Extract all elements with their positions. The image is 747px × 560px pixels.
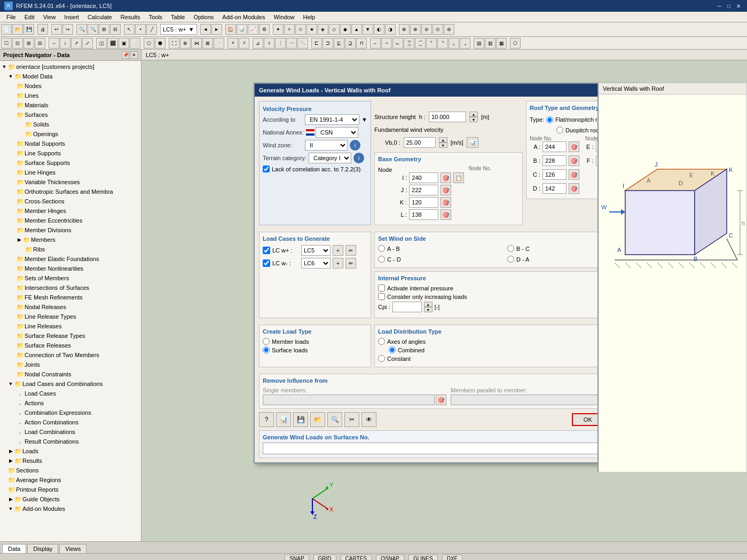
combined-radio[interactable] — [389, 346, 396, 353]
tb2-29[interactable]: ⊑ — [334, 38, 344, 49]
tab-display[interactable]: Display — [27, 544, 58, 553]
tb-zoom-out[interactable]: 🔍 — [88, 24, 98, 35]
tree-nodal-supports[interactable]: 📁 Nodal Supports — [0, 139, 141, 148]
cpi-spin-up[interactable]: ▲ — [424, 302, 433, 307]
roof-a-input[interactable] — [542, 141, 567, 152]
tb2-43[interactable]: ▦ — [496, 38, 507, 49]
node-j-input[interactable] — [409, 185, 438, 195]
tb-select[interactable]: ↖ — [124, 24, 135, 35]
navigator-controls[interactable]: 📌 ✕ — [122, 51, 138, 59]
tree-ribs[interactable]: 📁 Ribs — [0, 244, 141, 254]
member-loads-radio[interactable] — [263, 338, 270, 345]
wind-da-radio[interactable] — [507, 256, 514, 263]
cpi-spin-down[interactable]: ▼ — [424, 307, 433, 312]
tb-extra12[interactable]: ⊕ — [399, 24, 410, 35]
tree-member-elastic[interactable]: 📁 Member Elastic Foundations — [0, 254, 141, 264]
node-i-pick-btn[interactable]: 🎯 — [441, 172, 451, 183]
tree-action-combinations[interactable]: ₊ Action Combinations — [0, 417, 141, 427]
lc-wplus-add-btn[interactable]: + — [333, 245, 343, 256]
expand-root[interactable]: ▼ — [1, 64, 7, 70]
tree-connection-two[interactable]: 📁 Connection of Two Members — [0, 350, 141, 360]
tree-member-divisions[interactable]: 📁 Member Divisions — [0, 225, 141, 235]
tb-line[interactable]: ╱ — [146, 24, 157, 35]
tb-extra6[interactable]: ◇ — [329, 24, 340, 35]
tb2-7[interactable]: ↗ — [71, 38, 82, 49]
vb0-spin-down[interactable]: ▼ — [439, 143, 447, 148]
roof-a-pick-btn[interactable]: 🎯 — [569, 141, 579, 152]
tb2-38[interactable]: ⌝ — [437, 38, 448, 49]
tree-fe-mesh[interactable]: 📁 FE Mesh Refinements — [0, 293, 141, 302]
surface-loads-radio[interactable] — [263, 346, 270, 353]
lc-wminus-edit-btn[interactable]: ✏ — [345, 258, 356, 269]
tb-extra13[interactable]: ⊗ — [410, 24, 421, 35]
node-i-list-btn[interactable]: 📋 — [453, 172, 464, 183]
menu-results[interactable]: Results — [116, 12, 145, 22]
tree-loads[interactable]: ▶ 📁 Loads — [0, 446, 141, 456]
tree-combination-expressions[interactable]: ₊ Combination Expressions — [0, 408, 141, 417]
tb2-23[interactable]: ▿ — [264, 38, 274, 49]
minimize-btn[interactable]: ─ — [715, 2, 724, 10]
menu-edit[interactable]: Edit — [20, 12, 39, 22]
tb2-33[interactable]: ¬ — [381, 38, 392, 49]
tree-joints[interactable]: 📁 Joints — [0, 360, 141, 369]
expand-results[interactable]: ▶ — [7, 458, 14, 464]
tree-orthotropic[interactable]: 📁 Orthotropic Surfaces and Membra — [0, 187, 141, 196]
tb2-16[interactable]: ⊕ — [180, 38, 191, 49]
roof-b-input[interactable] — [542, 155, 567, 166]
tb2-26[interactable]: ⋱ — [297, 38, 308, 49]
tree-printout-reports[interactable]: 📁 Printout Reports — [0, 485, 141, 494]
cpi-input[interactable] — [392, 302, 422, 312]
tb2-44[interactable]: ⎔ — [510, 38, 521, 49]
tree-member-nonlinearities[interactable]: 📁 Member Nonlinearities — [0, 264, 141, 273]
tool-btn-4[interactable]: 📂 — [310, 412, 325, 427]
tb2-14[interactable]: ⬢ — [155, 38, 166, 49]
tree-members[interactable]: ▶ 📁 Members — [0, 235, 141, 244]
lc-wplus-checkbox[interactable] — [263, 247, 270, 254]
tb2-32[interactable]: ⌐ — [370, 38, 381, 49]
single-members-input[interactable] — [263, 395, 435, 405]
tool-btn-5[interactable]: 🔍 — [327, 412, 342, 427]
tool-btn-1[interactable]: ? — [259, 412, 274, 427]
tb-print[interactable]: 🖨 — [37, 24, 48, 35]
maximize-btn[interactable]: □ — [725, 2, 733, 10]
menu-table[interactable]: Table — [167, 12, 189, 22]
menu-help[interactable]: Help — [299, 12, 320, 22]
menu-insert[interactable]: Insert — [60, 12, 83, 22]
lc-wplus-edit-btn[interactable]: ✏ — [345, 245, 356, 256]
status-dxf[interactable]: DXF — [442, 555, 462, 561]
tb2-28[interactable]: ⊐ — [323, 38, 333, 49]
tree-result-combinations[interactable]: ₊ Result Combinations — [0, 437, 141, 446]
tree-member-hinges[interactable]: 📁 Member Hinges — [0, 206, 141, 216]
tb-view2[interactable]: 📊 — [237, 24, 247, 35]
tree-surface-releases[interactable]: 📁 Surface Releases — [0, 341, 141, 350]
tree-nodes[interactable]: 📁 Nodes — [0, 81, 141, 91]
tree-results[interactable]: ▶ 📁 Results — [0, 456, 141, 466]
wind-zone-select[interactable]: II — [305, 140, 348, 151]
tb2-39[interactable]: ⌞ — [449, 38, 459, 49]
members-parallel-input[interactable] — [451, 395, 611, 405]
terrain-info-btn[interactable]: i — [353, 153, 364, 163]
node-k-input[interactable] — [409, 197, 438, 208]
menu-options[interactable]: Options — [189, 12, 218, 22]
tb-extra11[interactable]: ◑ — [385, 24, 396, 35]
tb-extra15[interactable]: ⊙ — [433, 24, 443, 35]
tb-open[interactable]: 📂 — [12, 24, 23, 35]
tb2-15[interactable]: ⛶ — [169, 38, 179, 49]
h-spin-up[interactable]: ▲ — [469, 112, 478, 117]
node-l-input[interactable] — [409, 209, 438, 220]
wind-zone-info-btn[interactable]: i — [350, 140, 360, 151]
tb2-18[interactable]: ⊠ — [202, 38, 213, 49]
tb2-27[interactable]: ⊏ — [311, 38, 322, 49]
tree-line-hinges[interactable]: 📁 Line Hinges — [0, 168, 141, 177]
roof-c-input[interactable] — [542, 169, 567, 180]
flat-mono-radio[interactable] — [546, 116, 553, 123]
status-grid[interactable]: GRID — [313, 555, 336, 561]
terrain-select[interactable]: Category II — [309, 153, 351, 163]
wind-cd-radio[interactable] — [378, 256, 385, 263]
tb2-35[interactable]: ⌛ — [404, 38, 414, 49]
tb-zoom-window[interactable]: ⊟ — [110, 24, 121, 35]
tb2-6[interactable]: ↕ — [60, 38, 70, 49]
title-bar-controls[interactable]: ─ □ ✕ — [715, 2, 743, 10]
roof-d-input[interactable] — [542, 183, 567, 194]
tb-extra5[interactable]: ◈ — [318, 24, 328, 35]
